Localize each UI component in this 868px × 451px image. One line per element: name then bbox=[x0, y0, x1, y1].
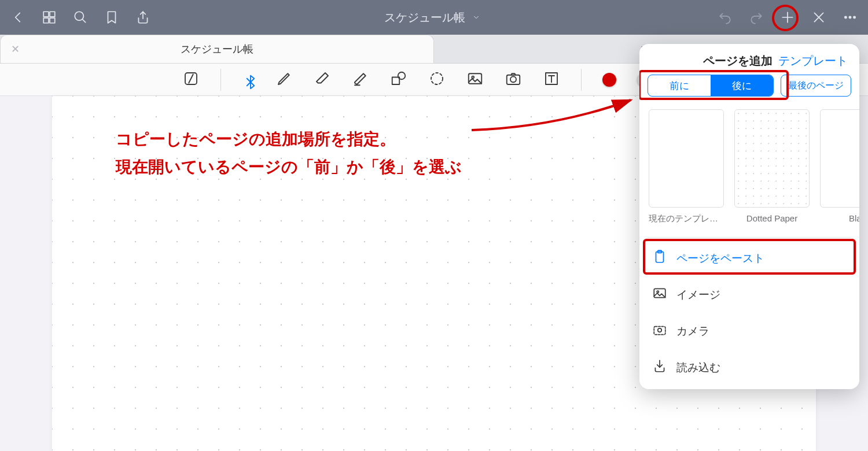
template-blank[interactable]: Blan bbox=[820, 109, 859, 224]
highlighter-icon[interactable] bbox=[352, 70, 369, 90]
seg-before[interactable]: 前に bbox=[648, 75, 711, 96]
tab-main[interactable]: ✕ スケジュール帳 bbox=[0, 35, 434, 63]
position-segmented-control: 前に 後に bbox=[648, 75, 774, 97]
bookmark-icon[interactable] bbox=[104, 10, 119, 25]
add-page-popover: ページを追加 テンプレート 前に 後に 最後のページ 現在のテンプレート Dot… bbox=[639, 44, 859, 389]
more-icon[interactable] bbox=[843, 10, 858, 25]
image-action[interactable]: イメージ bbox=[639, 276, 859, 313]
last-page-button[interactable]: 最後のページ bbox=[781, 75, 851, 97]
seg-after[interactable]: 後に bbox=[711, 75, 773, 96]
document-title[interactable]: スケジュール帳 bbox=[384, 10, 484, 25]
camera-icon[interactable] bbox=[505, 70, 522, 90]
scissors-icon[interactable] bbox=[811, 10, 826, 25]
divider bbox=[220, 69, 221, 91]
camera-action[interactable]: カメラ bbox=[639, 313, 859, 349]
color-red[interactable] bbox=[602, 73, 616, 87]
annotation-text: コピーしたページの追加場所を指定。 現在開いているページの「前」か「後」を選ぶ bbox=[116, 125, 462, 180]
popover-title: ページを追加 bbox=[703, 53, 773, 69]
svg-line-5 bbox=[82, 19, 85, 22]
template-dotted[interactable]: Dotted Paper bbox=[734, 109, 810, 224]
eraser-icon[interactable] bbox=[314, 70, 331, 90]
svg-point-17 bbox=[431, 73, 443, 84]
close-icon[interactable]: ✕ bbox=[11, 43, 20, 56]
add-page-icon[interactable] bbox=[780, 10, 795, 25]
svg-rect-1 bbox=[50, 12, 55, 17]
template-current[interactable]: 現在のテンプレート bbox=[649, 109, 724, 224]
grid-icon[interactable] bbox=[42, 10, 57, 25]
download-icon bbox=[652, 358, 667, 376]
clipboard-icon bbox=[652, 249, 667, 267]
tab-label: スケジュール帳 bbox=[181, 42, 253, 56]
share-icon[interactable] bbox=[135, 10, 150, 25]
paste-page-action[interactable]: ページをペースト bbox=[639, 240, 859, 276]
separator bbox=[648, 237, 851, 238]
template-link[interactable]: テンプレート bbox=[778, 53, 848, 69]
svg-point-12 bbox=[854, 16, 855, 18]
svg-rect-2 bbox=[43, 18, 49, 23]
readonly-icon[interactable] bbox=[182, 70, 200, 90]
svg-point-30 bbox=[658, 328, 662, 332]
svg-rect-29 bbox=[654, 327, 665, 335]
svg-point-16 bbox=[398, 72, 406, 79]
back-icon[interactable] bbox=[10, 10, 25, 25]
svg-rect-3 bbox=[50, 18, 55, 23]
svg-point-10 bbox=[845, 16, 847, 18]
pen-icon[interactable] bbox=[275, 70, 293, 90]
svg-point-28 bbox=[657, 291, 659, 293]
svg-point-21 bbox=[510, 76, 516, 82]
svg-point-11 bbox=[849, 16, 851, 18]
image-icon[interactable] bbox=[466, 70, 484, 90]
annotation-arrow bbox=[469, 95, 642, 142]
chevron-down-icon bbox=[469, 10, 484, 25]
search-icon[interactable] bbox=[73, 10, 88, 25]
undo-icon[interactable] bbox=[718, 10, 733, 25]
camera-icon bbox=[652, 322, 667, 340]
redo-icon[interactable] bbox=[749, 10, 764, 25]
lasso-icon[interactable] bbox=[428, 70, 446, 90]
text-icon[interactable] bbox=[543, 70, 560, 90]
bluetooth-icon[interactable] bbox=[242, 73, 255, 86]
shapes-icon[interactable] bbox=[390, 70, 407, 90]
svg-point-19 bbox=[472, 76, 474, 78]
top-navbar: スケジュール帳 bbox=[0, 0, 868, 35]
import-action[interactable]: 読み込む bbox=[639, 349, 859, 386]
image-icon bbox=[652, 286, 667, 304]
divider bbox=[581, 69, 582, 91]
title-text: スケジュール帳 bbox=[384, 10, 465, 25]
template-row: 現在のテンプレート Dotted Paper Blan bbox=[639, 103, 859, 229]
svg-rect-0 bbox=[43, 12, 49, 17]
